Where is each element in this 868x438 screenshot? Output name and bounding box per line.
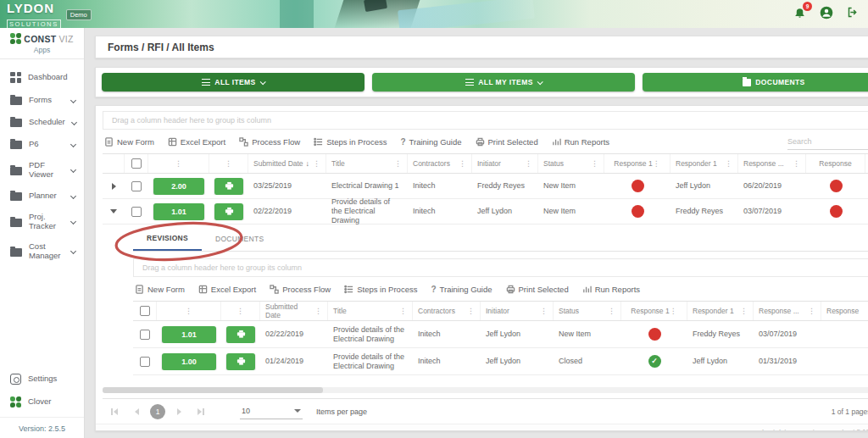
page-size-select[interactable]: 10 bbox=[240, 404, 303, 419]
new-form-button[interactable]: New Form bbox=[135, 285, 185, 294]
page-summary: 1 of 1 pages (2 items) bbox=[832, 408, 868, 416]
run-reports-button[interactable]: Run Reports bbox=[552, 137, 609, 147]
current-page-button[interactable]: 1 bbox=[150, 404, 165, 419]
status-badge bbox=[632, 180, 644, 192]
table-row: 1.01 02/22/2019 Provide details of the E… bbox=[133, 321, 868, 348]
excel-export-button[interactable]: Excel Export bbox=[168, 137, 225, 147]
logout-button[interactable] bbox=[847, 6, 860, 22]
excel-export-button[interactable]: Excel Export bbox=[198, 285, 256, 294]
column-menu-icon[interactable]: ⋮ bbox=[314, 307, 322, 315]
steps-in-process-button[interactable]: Steps in Process bbox=[344, 285, 417, 294]
column-menu-icon[interactable]: ⋮ bbox=[653, 159, 660, 168]
tab-documents[interactable]: DOCUMENTS bbox=[202, 226, 277, 251]
process-flow-icon bbox=[270, 285, 279, 294]
sidebar-item-settings[interactable]: Settings bbox=[0, 368, 84, 391]
demo-badge: Demo bbox=[66, 9, 92, 20]
version-button[interactable]: 1.01 bbox=[153, 203, 204, 220]
column-menu-icon[interactable]: ⋮ bbox=[740, 307, 748, 315]
column-menu-icon[interactable]: ⋮ bbox=[459, 159, 466, 168]
documents-button[interactable]: DOCUMENTS bbox=[643, 73, 868, 91]
column-menu-icon[interactable]: ⋮ bbox=[670, 307, 677, 315]
question-mark-icon: ? bbox=[400, 137, 405, 147]
first-page-button[interactable] bbox=[106, 403, 123, 420]
process-flow-button[interactable]: Process Flow bbox=[270, 285, 331, 294]
process-flow-button[interactable]: Process Flow bbox=[239, 137, 300, 147]
training-guide-button[interactable]: ? Training Guide bbox=[431, 285, 492, 294]
last-page-button[interactable] bbox=[192, 403, 209, 420]
pagination-bar: 1 10 Items per page 1 of 1 pages (2 item… bbox=[103, 398, 868, 424]
all-items-button[interactable]: ALL ITEMS bbox=[102, 73, 364, 91]
column-menu-icon[interactable]: ⋮ bbox=[540, 307, 548, 315]
column-menu-icon[interactable]: ⋮ bbox=[467, 307, 475, 315]
select-all-checkbox[interactable] bbox=[131, 158, 142, 169]
sidebar-item-clover[interactable]: Clover bbox=[0, 391, 84, 413]
excel-export-icon bbox=[168, 137, 177, 147]
sidebar-item-forms[interactable]: Forms bbox=[0, 89, 84, 111]
column-menu-icon[interactable]: ⋮ bbox=[313, 159, 320, 168]
account-button[interactable] bbox=[820, 6, 833, 23]
sidebar-item-p6[interactable]: P6 bbox=[0, 133, 84, 155]
column-menu-icon[interactable]: ⋮ bbox=[725, 159, 732, 168]
group-by-dropzone[interactable]: Drag a column header here to group its c… bbox=[133, 258, 868, 277]
sidebar-item-proj-tracker[interactable]: Proj. Tracker bbox=[0, 207, 84, 236]
print-selected-button[interactable]: Print Selected bbox=[506, 285, 569, 294]
notifications-button[interactable]: 9 bbox=[793, 6, 806, 22]
status-badge bbox=[648, 355, 661, 368]
next-page-button[interactable] bbox=[170, 403, 187, 420]
chevron-down-icon bbox=[70, 219, 76, 225]
column-menu-icon[interactable]: ⋮ bbox=[175, 159, 182, 168]
column-menu-icon[interactable]: ⋮ bbox=[591, 159, 598, 168]
collapse-row-icon[interactable] bbox=[110, 209, 117, 213]
print-selected-button[interactable]: Print Selected bbox=[476, 137, 538, 147]
previous-page-button[interactable] bbox=[128, 403, 145, 420]
all-my-items-button[interactable]: ALL MY ITEMS bbox=[372, 73, 635, 91]
sidebar-item-scheduler[interactable]: Scheduler bbox=[0, 111, 84, 133]
app-version: Version: 2.5.5 bbox=[0, 417, 84, 435]
clover-icon bbox=[10, 396, 21, 408]
new-form-button[interactable]: New Form bbox=[104, 137, 154, 147]
group-by-dropzone[interactable]: Drag a column header here to group its c… bbox=[103, 111, 868, 130]
version-button[interactable]: 2.00 bbox=[153, 178, 204, 195]
select-all-checkbox[interactable] bbox=[140, 306, 150, 316]
status-badge bbox=[830, 180, 843, 192]
run-reports-button[interactable]: Run Reports bbox=[582, 285, 640, 294]
sidebar-item-cost-manager[interactable]: Cost Manager bbox=[0, 236, 84, 266]
row-checkbox[interactable] bbox=[131, 207, 142, 217]
version-button[interactable]: 1.00 bbox=[162, 353, 216, 370]
column-menu-icon[interactable]: ⋮ bbox=[793, 159, 800, 168]
column-menu-icon[interactable]: ⋮ bbox=[525, 159, 532, 168]
training-guide-button[interactable]: ? Training Guide bbox=[400, 137, 461, 147]
row-checkbox[interactable] bbox=[140, 330, 150, 340]
column-menu-icon[interactable]: ⋮ bbox=[225, 159, 232, 168]
scrollbar-thumb[interactable] bbox=[103, 387, 323, 393]
column-menu-icon[interactable]: ⋮ bbox=[236, 307, 244, 315]
row-checkbox[interactable] bbox=[140, 357, 150, 367]
print-row-button[interactable] bbox=[214, 203, 243, 220]
print-row-button[interactable] bbox=[226, 353, 255, 370]
row-checkbox[interactable] bbox=[131, 181, 142, 191]
column-menu-icon[interactable]: ⋮ bbox=[399, 307, 407, 315]
version-button[interactable]: 1.01 bbox=[162, 326, 216, 343]
logout-icon bbox=[847, 6, 860, 19]
steps-in-process-button[interactable]: Steps in Process bbox=[314, 137, 387, 147]
sidebar-item-planner[interactable]: Planner bbox=[0, 185, 84, 207]
printer-icon bbox=[225, 181, 234, 191]
sidebar-item-pdf-viewer[interactable]: PDF Viewer bbox=[0, 155, 84, 185]
search-input[interactable] bbox=[787, 137, 868, 146]
dashboard-icon bbox=[10, 72, 21, 83]
tab-revisions[interactable]: REVISIONS bbox=[133, 226, 202, 251]
folder-icon bbox=[10, 219, 22, 227]
breadcrumb: Forms / RFI / All Items bbox=[108, 42, 214, 53]
grid-status-bar: Last data request was made at 5:17:19 PM… bbox=[96, 424, 868, 431]
column-menu-icon[interactable]: ⋮ bbox=[608, 307, 615, 315]
horizontal-scrollbar[interactable] bbox=[103, 387, 868, 393]
column-menu-icon[interactable]: ⋮ bbox=[808, 307, 815, 315]
expand-row-icon[interactable] bbox=[112, 183, 116, 190]
column-menu-icon[interactable]: ⋮ bbox=[394, 159, 402, 168]
sidebar-item-dashboard[interactable]: Dashboard bbox=[0, 66, 84, 89]
chevron-down-icon bbox=[70, 97, 76, 103]
print-row-button[interactable] bbox=[214, 178, 243, 195]
column-menu-icon[interactable]: ⋮ bbox=[185, 307, 192, 315]
new-form-icon bbox=[104, 137, 114, 147]
print-row-button[interactable] bbox=[226, 326, 255, 343]
